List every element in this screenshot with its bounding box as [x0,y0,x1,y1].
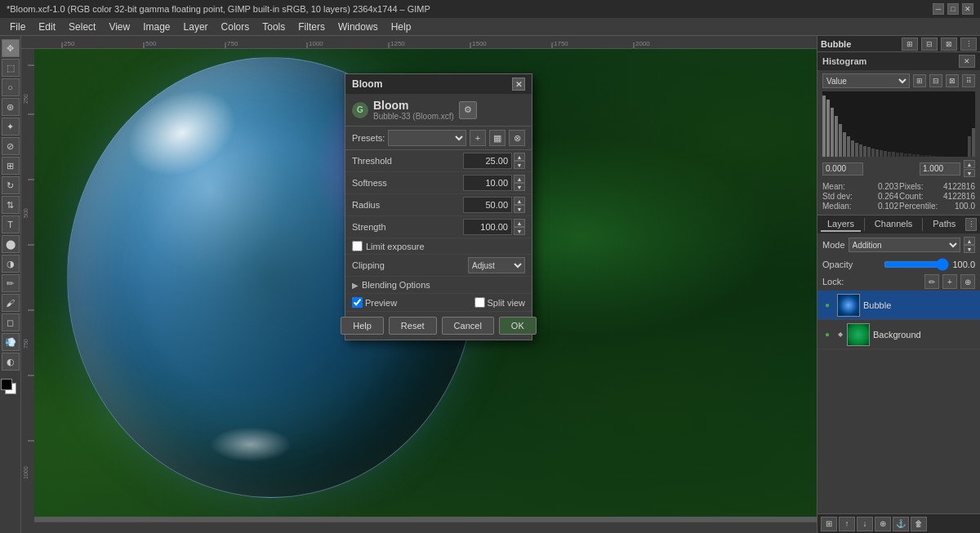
tool-fill[interactable]: ⬤ [2,235,20,253]
opacity-slider[interactable] [884,258,949,271]
mode-down[interactable]: ▼ [964,245,975,253]
param-strength-input[interactable] [463,219,512,235]
histogram-btn-4[interactable]: ⠿ [962,74,975,87]
delete-layer-btn[interactable]: 🗑 [911,517,927,531]
histogram-btn-1[interactable]: ⊞ [913,74,926,87]
tool-fuzzy-select[interactable]: ✦ [2,118,20,135]
layers-configure-btn[interactable]: ⋮ [965,218,977,231]
range-up[interactable]: ▲ [964,160,975,168]
histogram-close-btn[interactable]: ✕ [959,55,975,68]
strength-up-btn[interactable]: ▲ [514,219,525,227]
duplicate-layer-btn[interactable]: ⊕ [875,517,891,531]
tool-crop[interactable]: ⊞ [2,157,20,175]
mode-select[interactable]: Addition Normal Multiply [849,238,960,252]
cancel-button[interactable]: Cancel [442,317,494,335]
tab-channels[interactable]: Channels [868,217,919,232]
panel-btn-3[interactable]: ⊠ [941,38,957,51]
tool-rect-select[interactable]: ⬚ [2,59,20,77]
tool-dodge-burn[interactable]: ◐ [2,353,20,371]
maximize-btn[interactable]: □ [947,3,959,15]
reset-button[interactable]: Reset [389,317,437,335]
tab-paths[interactable]: Paths [926,217,962,232]
param-radius-input[interactable] [463,197,512,213]
threshold-down-btn[interactable]: ▼ [514,161,525,169]
panel-configure[interactable]: ⋮ [960,38,977,51]
ok-button[interactable]: OK [499,317,537,335]
lock-move-btn[interactable]: ⊕ [960,274,975,289]
layer-item-bubble[interactable]: ● Bubble [817,291,980,320]
right-panel-tabs: Bubble ⊞ ⊟ ⊠ ⋮ [817,36,980,52]
foreground-color[interactable] [1,379,12,390]
radius-down-btn[interactable]: ▼ [514,205,525,213]
help-button[interactable]: Help [341,317,384,335]
menu-help[interactable]: Help [385,20,418,34]
tool-gradient[interactable]: ◑ [2,255,20,273]
tool-transform[interactable]: ↻ [2,176,20,194]
softness-up-btn[interactable]: ▲ [514,175,525,183]
bloom-settings-icon[interactable]: ⚙ [459,101,477,119]
histogram-channel-select[interactable]: Value Red Green Blue [822,73,910,88]
tool-free-select[interactable]: ⊛ [2,98,20,116]
blending-options-row[interactable]: ▶ Blending Options [345,277,532,294]
tool-flip[interactable]: ⇅ [2,196,20,214]
threshold-up-btn[interactable]: ▲ [514,153,525,161]
horizontal-scrollbar[interactable] [34,522,817,533]
strength-down-btn[interactable]: ▼ [514,227,525,235]
preset-delete-btn[interactable]: ⊗ [509,130,525,146]
canvas-content[interactable]: Bloom ✕ G Bloom Bubble-33 (Bloom.xcf) ⚙ … [34,49,817,517]
panel-btn-2[interactable]: ⊟ [921,38,938,51]
tab-layers[interactable]: Layers [821,217,861,232]
close-btn[interactable]: ✕ [962,3,973,15]
minimize-btn[interactable]: ─ [933,3,944,15]
histogram-btn-2[interactable]: ⊟ [929,74,942,87]
layer-visibility-background[interactable]: ● [821,328,834,341]
tool-pencil[interactable]: ✏ [2,274,20,292]
tool-move[interactable]: ✥ [2,39,20,57]
tool-color-pick[interactable]: ⊘ [2,137,20,155]
menu-layer[interactable]: Layer [177,20,215,34]
menu-filters[interactable]: Filters [292,20,332,34]
preset-save-btn[interactable]: ▦ [489,130,506,146]
limit-exposure-checkbox[interactable] [352,241,363,251]
preset-add-btn[interactable]: + [470,130,486,146]
anchor-layer-btn[interactable]: ⚓ [893,517,909,531]
median-val: 0.102 [878,202,898,211]
blending-expand-icon: ▶ [352,281,359,290]
new-layer-group-btn[interactable]: ⊞ [821,517,837,531]
softness-down-btn[interactable]: ▼ [514,183,525,191]
bloom-dialog-close[interactable]: ✕ [512,78,525,91]
menu-windows[interactable]: Windows [332,20,385,34]
mode-up[interactable]: ▲ [964,237,975,245]
tool-paintbrush[interactable]: 🖌 [2,294,20,312]
tool-text[interactable]: T [2,215,20,233]
panel-btn-1[interactable]: ⊞ [902,38,918,51]
tool-eraser[interactable]: ◻ [2,313,20,331]
layer-visibility-bubble[interactable]: ● [821,299,834,312]
menu-file[interactable]: File [3,20,32,34]
lock-alpha-btn[interactable]: + [942,274,957,289]
preview-checkbox[interactable] [352,297,363,308]
svg-rect-33 [835,116,838,157]
param-threshold-input[interactable] [463,153,512,169]
tool-airbrush[interactable]: 💨 [2,333,20,351]
radius-up-btn[interactable]: ▲ [514,197,525,205]
range-down[interactable]: ▼ [964,169,975,177]
presets-select[interactable] [388,130,466,146]
clipping-select[interactable]: Adjust Clip [468,257,525,273]
menu-view[interactable]: View [102,20,136,34]
split-view-checkbox[interactable] [474,297,485,308]
raise-layer-btn[interactable]: ↑ [839,517,855,531]
histogram-btn-3[interactable]: ⊠ [946,74,959,87]
lower-layer-btn[interactable]: ↓ [857,517,873,531]
menu-select[interactable]: Select [62,20,102,34]
menu-edit[interactable]: Edit [32,20,62,34]
param-softness-input[interactable] [463,175,512,191]
histogram-range-max[interactable] [920,162,960,175]
menu-colors[interactable]: Colors [215,20,256,34]
menu-image[interactable]: Image [136,20,176,34]
layer-item-background[interactable]: ● ◆ Background [817,320,980,349]
lock-pixels-btn[interactable]: ✏ [924,274,939,289]
tool-ellipse-select[interactable]: ○ [2,78,20,96]
menu-tools[interactable]: Tools [256,20,292,34]
histogram-range-min[interactable] [822,162,863,175]
